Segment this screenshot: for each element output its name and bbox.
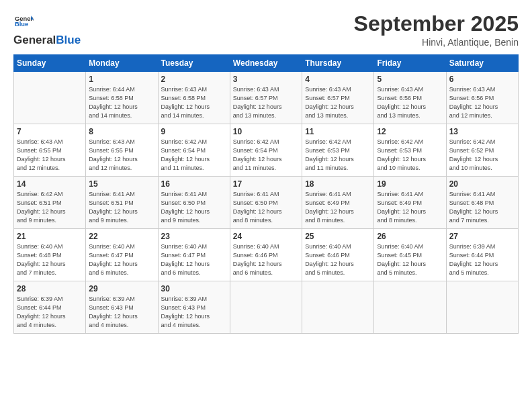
calendar-cell: 1Sunrise: 6:44 AM Sunset: 6:58 PM Daylig…	[86, 72, 158, 124]
day-number: 14	[17, 179, 83, 189]
day-info: Sunrise: 6:39 AM Sunset: 6:44 PM Dayligh…	[17, 295, 83, 330]
day-info: Sunrise: 6:41 AM Sunset: 6:49 PM Dayligh…	[305, 190, 371, 225]
day-number: 17	[233, 179, 299, 189]
col-header-thursday: Thursday	[302, 55, 374, 72]
week-row-1: 1Sunrise: 6:44 AM Sunset: 6:58 PM Daylig…	[14, 72, 519, 124]
calendar-cell: 27Sunrise: 6:39 AM Sunset: 6:44 PM Dayli…	[446, 229, 518, 281]
day-number: 28	[17, 284, 83, 293]
day-info: Sunrise: 6:41 AM Sunset: 6:50 PM Dayligh…	[161, 190, 227, 225]
day-info: Sunrise: 6:40 AM Sunset: 6:45 PM Dayligh…	[377, 242, 443, 277]
week-row-4: 21Sunrise: 6:40 AM Sunset: 6:48 PM Dayli…	[14, 229, 519, 281]
day-info: Sunrise: 6:41 AM Sunset: 6:49 PM Dayligh…	[377, 190, 443, 225]
day-number: 12	[377, 127, 443, 136]
day-number: 3	[233, 75, 299, 84]
calendar-cell: 18Sunrise: 6:41 AM Sunset: 6:49 PM Dayli…	[302, 177, 374, 229]
day-number: 10	[233, 127, 299, 136]
day-info: Sunrise: 6:43 AM Sunset: 6:56 PM Dayligh…	[377, 85, 443, 120]
title-block: September 2025 Hinvi, Atlantique, Benin	[354, 12, 519, 48]
calendar-table: SundayMondayTuesdayWednesdayThursdayFrid…	[13, 54, 519, 334]
day-number: 21	[17, 232, 83, 241]
calendar-cell: 10Sunrise: 6:42 AM Sunset: 6:54 PM Dayli…	[230, 124, 302, 177]
day-info: Sunrise: 6:40 AM Sunset: 6:47 PM Dayligh…	[89, 242, 154, 277]
week-row-3: 14Sunrise: 6:42 AM Sunset: 6:51 PM Dayli…	[14, 177, 519, 229]
day-number: 13	[449, 127, 515, 136]
calendar-cell: 14Sunrise: 6:42 AM Sunset: 6:51 PM Dayli…	[14, 177, 86, 229]
calendar-cell: 15Sunrise: 6:41 AM Sunset: 6:51 PM Dayli…	[86, 177, 158, 229]
day-number: 20	[449, 179, 515, 189]
day-number: 2	[161, 75, 227, 84]
calendar-cell	[446, 281, 518, 334]
logo-icon: General Blue	[15, 12, 34, 31]
calendar-cell: 23Sunrise: 6:40 AM Sunset: 6:47 PM Dayli…	[158, 229, 230, 281]
calendar-cell: 5Sunrise: 6:43 AM Sunset: 6:56 PM Daylig…	[374, 72, 446, 124]
calendar-cell: 9Sunrise: 6:42 AM Sunset: 6:54 PM Daylig…	[158, 124, 230, 177]
day-info: Sunrise: 6:39 AM Sunset: 6:43 PM Dayligh…	[161, 295, 227, 330]
logo: General Blue General Blue	[13, 12, 81, 47]
day-number: 26	[377, 232, 443, 241]
day-info: Sunrise: 6:40 AM Sunset: 6:46 PM Dayligh…	[233, 242, 299, 277]
day-number: 22	[89, 232, 154, 241]
calendar-cell: 7Sunrise: 6:43 AM Sunset: 6:55 PM Daylig…	[14, 124, 86, 177]
calendar-cell: 30Sunrise: 6:39 AM Sunset: 6:43 PM Dayli…	[158, 281, 230, 334]
calendar-cell: 25Sunrise: 6:40 AM Sunset: 6:46 PM Dayli…	[302, 229, 374, 281]
day-info: Sunrise: 6:43 AM Sunset: 6:55 PM Dayligh…	[17, 138, 83, 173]
day-info: Sunrise: 6:42 AM Sunset: 6:53 PM Dayligh…	[305, 138, 371, 173]
day-number: 8	[89, 127, 154, 136]
day-info: Sunrise: 6:43 AM Sunset: 6:55 PM Dayligh…	[89, 138, 154, 173]
day-number: 29	[89, 284, 154, 293]
calendar-cell: 11Sunrise: 6:42 AM Sunset: 6:53 PM Dayli…	[302, 124, 374, 177]
calendar-cell	[14, 72, 86, 124]
col-header-friday: Friday	[374, 55, 446, 72]
calendar-cell	[302, 281, 374, 334]
day-number: 11	[305, 127, 371, 136]
calendar-cell: 26Sunrise: 6:40 AM Sunset: 6:45 PM Dayli…	[374, 229, 446, 281]
day-number: 1	[89, 75, 154, 84]
day-info: Sunrise: 6:42 AM Sunset: 6:54 PM Dayligh…	[233, 138, 299, 173]
day-info: Sunrise: 6:41 AM Sunset: 6:50 PM Dayligh…	[233, 190, 299, 225]
col-header-saturday: Saturday	[446, 55, 518, 72]
day-number: 5	[377, 75, 443, 84]
day-number: 6	[449, 75, 515, 84]
day-info: Sunrise: 6:40 AM Sunset: 6:46 PM Dayligh…	[305, 242, 371, 277]
calendar-cell: 12Sunrise: 6:42 AM Sunset: 6:53 PM Dayli…	[374, 124, 446, 177]
logo-blue: Blue	[56, 34, 81, 47]
calendar-cell: 22Sunrise: 6:40 AM Sunset: 6:47 PM Dayli…	[86, 229, 158, 281]
page: General Blue General Blue September 2025…	[0, 0, 532, 411]
day-number: 19	[377, 179, 443, 189]
day-number: 16	[161, 179, 227, 189]
calendar-cell: 29Sunrise: 6:39 AM Sunset: 6:43 PM Dayli…	[86, 281, 158, 334]
header: General Blue General Blue September 2025…	[13, 12, 519, 48]
day-info: Sunrise: 6:43 AM Sunset: 6:58 PM Dayligh…	[161, 85, 227, 120]
col-header-wednesday: Wednesday	[230, 55, 302, 72]
day-number: 27	[449, 232, 515, 241]
day-number: 9	[161, 127, 227, 136]
calendar-cell: 19Sunrise: 6:41 AM Sunset: 6:49 PM Dayli…	[374, 177, 446, 229]
day-info: Sunrise: 6:42 AM Sunset: 6:53 PM Dayligh…	[377, 138, 443, 173]
day-info: Sunrise: 6:42 AM Sunset: 6:51 PM Dayligh…	[17, 190, 83, 225]
col-header-tuesday: Tuesday	[158, 55, 230, 72]
day-number: 25	[305, 232, 371, 241]
calendar-cell: 2Sunrise: 6:43 AM Sunset: 6:58 PM Daylig…	[158, 72, 230, 124]
day-info: Sunrise: 6:40 AM Sunset: 6:47 PM Dayligh…	[161, 242, 227, 277]
calendar-cell: 28Sunrise: 6:39 AM Sunset: 6:44 PM Dayli…	[14, 281, 86, 334]
day-info: Sunrise: 6:41 AM Sunset: 6:48 PM Dayligh…	[449, 190, 515, 225]
calendar-cell: 21Sunrise: 6:40 AM Sunset: 6:48 PM Dayli…	[14, 229, 86, 281]
day-info: Sunrise: 6:41 AM Sunset: 6:51 PM Dayligh…	[89, 190, 154, 225]
day-info: Sunrise: 6:42 AM Sunset: 6:52 PM Dayligh…	[449, 138, 515, 173]
header-row: SundayMondayTuesdayWednesdayThursdayFrid…	[14, 55, 519, 72]
day-number: 7	[17, 127, 83, 136]
day-number: 30	[161, 284, 227, 293]
day-info: Sunrise: 6:42 AM Sunset: 6:54 PM Dayligh…	[161, 138, 227, 173]
calendar-cell: 4Sunrise: 6:43 AM Sunset: 6:57 PM Daylig…	[302, 72, 374, 124]
calendar-cell: 16Sunrise: 6:41 AM Sunset: 6:50 PM Dayli…	[158, 177, 230, 229]
calendar-cell	[230, 281, 302, 334]
day-number: 15	[89, 179, 154, 189]
calendar-cell: 8Sunrise: 6:43 AM Sunset: 6:55 PM Daylig…	[86, 124, 158, 177]
calendar-cell: 24Sunrise: 6:40 AM Sunset: 6:46 PM Dayli…	[230, 229, 302, 281]
day-info: Sunrise: 6:43 AM Sunset: 6:56 PM Dayligh…	[449, 85, 515, 120]
location: Hinvi, Atlantique, Benin	[354, 37, 519, 48]
day-info: Sunrise: 6:43 AM Sunset: 6:57 PM Dayligh…	[305, 85, 371, 120]
day-number: 23	[161, 232, 227, 241]
svg-text:Blue: Blue	[15, 21, 28, 28]
day-number: 18	[305, 179, 371, 189]
